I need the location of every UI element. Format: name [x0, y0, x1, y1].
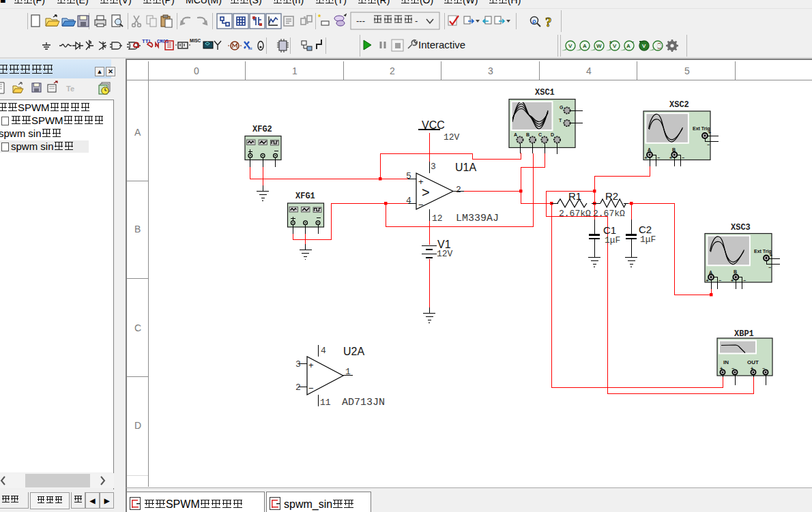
svg-text:V: V — [642, 43, 646, 49]
svg-text:G: G — [560, 105, 564, 110]
svg-text:C: C — [134, 322, 141, 333]
svg-text:R2: R2 — [605, 190, 618, 202]
svg-text:U2A: U2A — [343, 346, 364, 357]
svg-text:3: 3 — [295, 359, 301, 370]
svg-text:XFG1: XFG1 — [295, 192, 315, 201]
svg-text:4: 4 — [321, 346, 326, 356]
svg-text:2: 2 — [390, 65, 395, 76]
svg-text:D: D — [134, 420, 141, 431]
svg-text:XFG2: XFG2 — [252, 125, 272, 134]
svg-text:IN: IN — [723, 359, 729, 365]
svg-text:2: 2 — [456, 185, 461, 195]
svg-text:U1A: U1A — [455, 162, 476, 173]
svg-text:C2: C2 — [639, 224, 652, 235]
svg-text:1μF: 1μF — [605, 235, 620, 245]
svg-text:4: 4 — [586, 65, 592, 76]
svg-text:A: A — [583, 43, 587, 49]
svg-text:XSC2: XSC2 — [669, 100, 689, 110]
svg-text:±: ± — [609, 40, 612, 44]
svg-text:Te: Te — [66, 85, 74, 93]
svg-text:XBP1: XBP1 — [734, 329, 754, 339]
svg-text:12V: 12V — [444, 132, 460, 142]
svg-text:B: B — [134, 224, 141, 235]
svg-text:XSC3: XSC3 — [731, 223, 751, 232]
svg-text:A: A — [626, 43, 630, 49]
svg-text:5: 5 — [406, 171, 411, 181]
svg-text:A: A — [134, 127, 141, 138]
svg-text:−: − — [308, 383, 314, 393]
svg-text:+: + — [308, 360, 314, 370]
svg-text:V: V — [613, 43, 617, 49]
svg-text:W: W — [596, 43, 602, 49]
svg-text:*: * — [318, 13, 321, 21]
svg-text:4: 4 — [406, 196, 411, 206]
svg-text:AD713JN: AD713JN — [342, 397, 385, 408]
svg-text:C: C — [538, 132, 542, 137]
svg-text:-: - — [415, 16, 418, 26]
svg-text:C1: C1 — [603, 224, 616, 236]
svg-text:A: A — [514, 132, 517, 137]
svg-text:T: T — [559, 118, 562, 123]
svg-text:VCC: VCC — [422, 119, 445, 131]
svg-text:12: 12 — [432, 213, 443, 224]
svg-text:12V: 12V — [437, 249, 453, 259]
svg-text:−: − — [418, 200, 424, 210]
svg-text:1μF: 1μF — [640, 235, 656, 245]
svg-text:TTL: TTL — [142, 38, 152, 44]
svg-text:1: 1 — [292, 65, 298, 76]
svg-text:MISC: MISC — [190, 38, 201, 43]
svg-text:5: 5 — [684, 65, 690, 76]
svg-text:D: D — [551, 132, 554, 137]
svg-text:2: 2 — [295, 382, 301, 393]
svg-text:⌚: ⌚ — [656, 42, 663, 49]
svg-text:ni: ni — [248, 46, 252, 50]
svg-text:?: ? — [545, 15, 552, 29]
svg-text:2.67kΩ: 2.67kΩ — [593, 209, 625, 219]
svg-text:---: --- — [356, 16, 365, 26]
svg-text:V: V — [568, 43, 572, 49]
svg-text:>: > — [422, 185, 430, 200]
svg-text:OUT: OUT — [747, 359, 759, 365]
svg-text:XSC1: XSC1 — [535, 88, 555, 97]
svg-text:R1: R1 — [568, 190, 581, 202]
svg-text:0: 0 — [194, 65, 199, 76]
svg-text:11: 11 — [320, 397, 331, 408]
svg-text:~: ~ — [631, 40, 634, 44]
svg-text:3: 3 — [431, 162, 436, 172]
svg-text:1: 1 — [345, 367, 351, 377]
svg-text:3: 3 — [488, 65, 493, 76]
svg-text:ρ: ρ — [532, 18, 536, 25]
svg-text:LM339AJ: LM339AJ — [456, 213, 499, 224]
svg-text:B: B — [526, 132, 530, 137]
svg-text:2.67kΩ: 2.67kΩ — [559, 209, 591, 219]
